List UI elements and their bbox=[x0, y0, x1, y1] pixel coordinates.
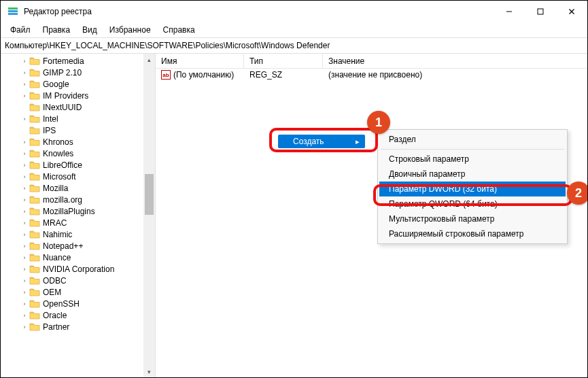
close-button[interactable] bbox=[556, 1, 587, 22]
tree-item[interactable]: ›Notepad++ bbox=[1, 240, 155, 252]
chevron-right-icon[interactable]: › bbox=[21, 312, 28, 319]
tree-item[interactable]: ›IM Providers bbox=[1, 90, 155, 101]
tree-item[interactable]: ›Khronos bbox=[1, 136, 155, 148]
scroll-up-icon[interactable]: ▴ bbox=[143, 54, 155, 65]
folder-icon bbox=[29, 230, 40, 239]
scroll-down-icon[interactable]: ▾ bbox=[143, 366, 155, 377]
tree-item[interactable]: ›Google bbox=[1, 78, 155, 90]
folder-icon bbox=[29, 299, 40, 309]
tree-item[interactable]: ›GIMP 2.10 bbox=[1, 67, 155, 78]
tree-item-label: mozilla.org bbox=[43, 195, 82, 205]
chevron-right-icon[interactable]: › bbox=[21, 185, 28, 192]
chevron-right-icon[interactable]: › bbox=[21, 231, 28, 238]
tree-item-label: Knowles bbox=[43, 149, 73, 158]
chevron-right-icon[interactable]: › bbox=[21, 116, 28, 122]
tree-item[interactable]: ›MozillaPlugins bbox=[1, 205, 155, 217]
menu-favorites[interactable]: Избранное bbox=[104, 24, 156, 36]
tree-item[interactable]: ›Knowles bbox=[1, 148, 155, 159]
list-row-default[interactable]: ab (По умолчанию) REG_SZ (значение не пр… bbox=[156, 69, 587, 81]
tree-item[interactable]: ›Microsoft bbox=[1, 171, 155, 182]
context-menu-create[interactable]: Создать bbox=[278, 135, 365, 148]
tree-item-label: Oracle bbox=[43, 311, 67, 320]
tree-item[interactable]: ›NVIDIA Corporation bbox=[1, 263, 155, 275]
chevron-right-icon[interactable]: › bbox=[21, 289, 28, 296]
chevron-right-icon[interactable]: › bbox=[21, 139, 28, 145]
tree-item[interactable]: ›Mozilla bbox=[1, 182, 155, 194]
submenu-string[interactable]: Строковый параметр bbox=[379, 152, 566, 167]
tree-item[interactable]: ›LibreOffice bbox=[1, 159, 155, 171]
chevron-right-icon[interactable]: › bbox=[21, 243, 28, 250]
submenu-expand[interactable]: Расширяемый строковый параметр bbox=[379, 226, 566, 241]
tree-item[interactable]: ›Intel bbox=[1, 113, 155, 124]
chevron-right-icon[interactable]: › bbox=[21, 58, 28, 65]
folder-icon bbox=[29, 253, 40, 262]
maximize-button[interactable] bbox=[525, 1, 556, 22]
svg-rect-0 bbox=[8, 7, 18, 10]
tree-item-label: ODBC bbox=[43, 276, 67, 286]
tree-item[interactable]: ›mozilla.org bbox=[1, 194, 155, 205]
column-value[interactable]: Значение bbox=[323, 54, 587, 68]
value-data: (значение не присвоено) bbox=[323, 69, 587, 81]
window-controls bbox=[494, 1, 587, 22]
menu-edit[interactable]: Правка bbox=[37, 24, 76, 36]
chevron-right-icon[interactable]: › bbox=[21, 208, 28, 215]
chevron-right-icon[interactable]: › bbox=[21, 266, 28, 273]
tree-item[interactable]: ›Nahimic bbox=[1, 228, 155, 240]
submenu-qword[interactable]: Параметр QWORD (64 бита) bbox=[379, 196, 566, 211]
tree-item-label: IPS bbox=[43, 126, 56, 135]
chevron-right-icon[interactable]: › bbox=[21, 92, 28, 99]
chevron-right-icon[interactable]: › bbox=[21, 162, 28, 169]
tree-item[interactable]: ›Fortemedia bbox=[1, 55, 155, 67]
folder-icon bbox=[29, 207, 40, 216]
chevron-right-icon[interactable]: › bbox=[21, 150, 28, 157]
tree-item[interactable]: ›Nuance bbox=[1, 252, 155, 263]
column-name[interactable]: Имя bbox=[156, 54, 244, 68]
tree-item[interactable]: ›OEM bbox=[1, 286, 155, 298]
folder-icon bbox=[29, 80, 40, 89]
titlebar: Редактор реестра bbox=[1, 1, 587, 22]
tree-item[interactable]: ›MRAC bbox=[1, 217, 155, 228]
tree-item[interactable]: ›Oracle bbox=[1, 309, 155, 321]
submenu-multi[interactable]: Мультистроковый параметр bbox=[379, 211, 566, 226]
chevron-right-icon[interactable]: › bbox=[21, 196, 28, 203]
menu-view[interactable]: Вид bbox=[77, 24, 103, 36]
menu-file[interactable]: Файл bbox=[5, 24, 36, 36]
menubar: Файл Правка Вид Избранное Справка bbox=[1, 22, 587, 37]
tree-item-label: MozillaPlugins bbox=[43, 207, 95, 216]
tree-item-label: Partner bbox=[43, 322, 69, 332]
chevron-right-icon[interactable]: › bbox=[21, 324, 28, 330]
folder-icon bbox=[29, 149, 40, 158]
tree-item-label: IM Providers bbox=[43, 91, 88, 101]
folder-icon bbox=[29, 137, 40, 147]
value-type: REG_SZ bbox=[244, 69, 323, 81]
tree-item[interactable]: ›ODBC bbox=[1, 275, 155, 286]
tree-item[interactable]: INextUUID bbox=[1, 101, 155, 113]
tree-item-label: Google bbox=[43, 80, 69, 89]
tree-item[interactable]: ›OpenSSH bbox=[1, 298, 155, 309]
chevron-right-icon[interactable]: › bbox=[21, 300, 28, 307]
address-bar[interactable]: Компьютер\HKEY_LOCAL_MACHINE\SOFTWARE\Po… bbox=[1, 37, 587, 54]
annotation-badge-1: 1 bbox=[367, 111, 390, 134]
chevron-right-icon[interactable]: › bbox=[21, 220, 28, 226]
chevron-right-icon[interactable]: › bbox=[21, 277, 28, 284]
menu-help[interactable]: Справка bbox=[158, 24, 201, 36]
svg-rect-2 bbox=[8, 13, 18, 15]
chevron-right-icon[interactable]: › bbox=[21, 173, 28, 180]
chevron-right-icon[interactable]: › bbox=[21, 81, 28, 88]
tree-item-label: GIMP 2.10 bbox=[43, 68, 82, 78]
annotation-badge-2: 2 bbox=[567, 182, 588, 205]
chevron-right-icon[interactable]: › bbox=[21, 254, 28, 261]
folder-icon bbox=[29, 288, 40, 297]
column-type[interactable]: Тип bbox=[244, 54, 323, 68]
submenu-dword[interactable]: Параметр DWORD (32 бита) bbox=[379, 182, 566, 196]
tree-item-label: Fortemedia bbox=[43, 56, 84, 66]
tree-item[interactable]: IPS bbox=[1, 124, 155, 136]
tree-item[interactable]: ›Partner bbox=[1, 321, 155, 332]
submenu-binary[interactable]: Двоичный параметр bbox=[379, 167, 566, 182]
value-name: (По умолчанию) bbox=[173, 70, 234, 80]
tree-scrollbar[interactable]: ▴ ▾ bbox=[143, 54, 155, 377]
submenu-section[interactable]: Раздел bbox=[379, 132, 566, 147]
chevron-right-icon[interactable]: › bbox=[21, 69, 28, 76]
svg-rect-1 bbox=[8, 10, 18, 12]
minimize-button[interactable] bbox=[494, 1, 525, 22]
